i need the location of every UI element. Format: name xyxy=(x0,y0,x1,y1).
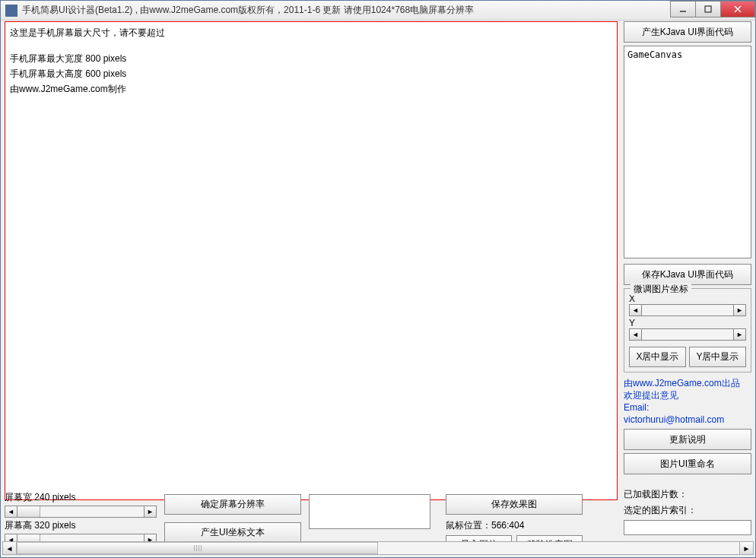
canvas-line1: 这里是手机屏幕最大尺寸，请不要超过 xyxy=(10,25,612,40)
design-canvas[interactable]: 这里是手机屏幕最大尺寸，请不要超过 手机屏幕最大宽度 800 pixels 手机… xyxy=(5,21,618,500)
y-center-button[interactable]: Y居中显示 xyxy=(689,347,746,367)
arrow-right-icon[interactable]: ► xyxy=(144,506,156,517)
save-preview-button[interactable]: 保存效果图 xyxy=(446,494,583,515)
x-track[interactable] xyxy=(642,305,733,315)
credit-site-link[interactable]: www.J2meGame.com xyxy=(633,378,722,388)
preview-box xyxy=(309,494,430,529)
save-code-button[interactable]: 保存KJava UI界面代码 xyxy=(624,264,751,285)
confirm-resolution-button[interactable]: 确定屏幕分辨率 xyxy=(164,494,301,515)
canvas-line2: 手机屏幕最大宽度 800 pixels xyxy=(10,51,612,66)
grip-icon xyxy=(194,545,202,551)
generate-code-button[interactable]: 产生KJava UI界面代码 xyxy=(624,21,751,43)
screen-height-label: 屏幕高 320 pixels xyxy=(5,519,75,532)
maximize-button[interactable] xyxy=(695,1,721,17)
arrow-left-icon[interactable]: ◄ xyxy=(630,329,642,340)
arrow-left-icon[interactable]: ◄ xyxy=(3,542,17,554)
credit-email-label: Email: xyxy=(624,402,649,413)
y-scrollbar[interactable]: ◄ ► xyxy=(629,328,746,341)
scrollbar-thumb[interactable] xyxy=(17,506,40,517)
screen-width-scrollbar[interactable]: ◄ ► xyxy=(5,506,157,518)
hscroll-thumb[interactable] xyxy=(17,542,378,554)
update-notes-button[interactable]: 更新说明 xyxy=(624,429,751,450)
credit-feedback: 欢迎提出意见 xyxy=(624,389,751,401)
finetune-legend: 微调图片坐标 xyxy=(631,283,691,296)
arrow-left-icon[interactable]: ◄ xyxy=(630,305,642,315)
canvas-line3: 手机屏幕最大高度 600 pixels xyxy=(10,66,612,81)
credit-email-link[interactable]: victorhurui@hotmail.com xyxy=(624,414,724,425)
loaded-count-label: 已加载图片数： xyxy=(624,488,751,501)
close-button[interactable] xyxy=(720,1,755,17)
credit-by: 由 xyxy=(624,378,633,388)
y-label: Y xyxy=(629,318,746,328)
window-hscrollbar[interactable]: ◄ ► xyxy=(2,541,754,555)
x-center-button[interactable]: X居中显示 xyxy=(629,347,686,367)
arrow-left-icon[interactable]: ◄ xyxy=(5,506,17,517)
generate-coord-text-button[interactable]: 产生UI坐标文本 xyxy=(164,522,301,543)
canvas-line4: 由www.J2meGame.com制作 xyxy=(10,81,612,97)
canvas-info: 这里是手机屏幕最大尺寸，请不要超过 手机屏幕最大宽度 800 pixels 手机… xyxy=(5,22,617,100)
minimize-button[interactable] xyxy=(670,1,696,17)
y-track[interactable] xyxy=(642,329,733,340)
rename-ui-button[interactable]: 图片UI重命名 xyxy=(624,453,751,474)
app-icon xyxy=(5,5,17,17)
selected-index-label: 选定的图片索引： xyxy=(624,504,751,517)
screen-width-label: 屏幕宽 240 pixels xyxy=(5,491,75,504)
code-textarea[interactable] xyxy=(624,46,751,258)
credits: 由www.J2meGame.com出品 欢迎提出意见 Email: victor… xyxy=(624,377,751,426)
arrow-right-icon[interactable]: ► xyxy=(733,329,745,340)
finetune-group: 微调图片坐标 X ◄ ► Y ◄ ► xyxy=(624,288,751,373)
svg-rect-1 xyxy=(705,6,711,12)
window-title: 手机简易UI设计器(Beta1.2) , 由www.J2meGame.com版权… xyxy=(22,4,474,17)
titlebar[interactable]: 手机简易UI设计器(Beta1.2) , 由www.J2meGame.com版权… xyxy=(1,1,755,21)
x-scrollbar[interactable]: ◄ ► xyxy=(629,304,746,316)
arrow-right-icon[interactable]: ► xyxy=(733,305,745,315)
rename-field[interactable] xyxy=(624,520,751,535)
credit-suffix: 出品 xyxy=(722,378,740,388)
mouse-position: 鼠标位置：566:404 xyxy=(446,518,583,534)
arrow-right-icon[interactable]: ► xyxy=(739,542,753,554)
hscroll-track[interactable] xyxy=(17,542,739,554)
